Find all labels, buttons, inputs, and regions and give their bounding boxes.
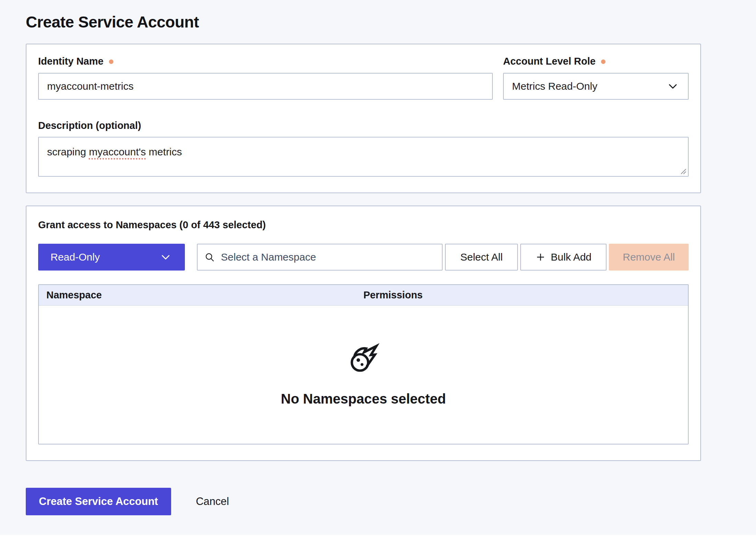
description-text-before: scraping bbox=[47, 146, 89, 157]
account-level-role-field: Account Level Role Metrics Read-Only bbox=[503, 55, 689, 100]
namespaces-table-header: Namespace Permissions bbox=[39, 285, 688, 306]
remove-all-button[interactable]: Remove All bbox=[609, 244, 689, 271]
remove-all-label: Remove All bbox=[623, 251, 675, 263]
chevron-down-icon bbox=[667, 80, 679, 92]
permission-dropdown-value: Read-Only bbox=[51, 251, 100, 263]
create-service-account-label: Create Service Account bbox=[39, 495, 158, 507]
plus-icon bbox=[535, 252, 546, 262]
identity-name-label-row: Identity Name bbox=[38, 55, 493, 67]
description-label: Description (optional) bbox=[38, 120, 141, 132]
identity-name-input[interactable] bbox=[38, 73, 493, 100]
form-actions: Create Service Account Cancel bbox=[26, 488, 701, 515]
identity-panel: Identity Name Account Level Role Metrics… bbox=[26, 44, 701, 194]
required-dot bbox=[601, 59, 605, 64]
page-title: Create Service Account bbox=[26, 13, 701, 31]
namespaces-toolbar: Read-Only Select All Bulk Add bbox=[38, 244, 689, 271]
create-service-account-page: Create Service Account Identity Name Acc… bbox=[0, 0, 756, 515]
identity-row: Identity Name Account Level Role Metrics… bbox=[38, 55, 689, 100]
description-text-after: metrics bbox=[146, 146, 182, 157]
create-service-account-button[interactable]: Create Service Account bbox=[26, 488, 171, 515]
column-header-namespace: Namespace bbox=[39, 289, 364, 301]
empty-state-message: No Namespaces selected bbox=[281, 391, 446, 407]
chevron-down-icon bbox=[159, 251, 172, 263]
account-level-role-select[interactable]: Metrics Read-Only bbox=[503, 73, 689, 100]
account-level-role-value: Metrics Read-Only bbox=[512, 80, 597, 92]
description-textarea[interactable]: scraping myaccount's metrics bbox=[38, 137, 689, 177]
namespaces-table: Namespace Permissions No Namespaces sele… bbox=[38, 284, 689, 444]
account-level-role-label-row: Account Level Role bbox=[503, 55, 689, 67]
required-dot bbox=[109, 59, 113, 64]
namespaces-empty-state: No Namespaces selected bbox=[39, 306, 688, 444]
identity-name-field: Identity Name bbox=[38, 55, 493, 100]
description-misspelled-word: myaccount's bbox=[89, 146, 146, 157]
namespace-search-box bbox=[197, 244, 443, 271]
permission-dropdown[interactable]: Read-Only bbox=[38, 244, 185, 271]
bottom-strip bbox=[0, 535, 756, 550]
resize-handle-icon[interactable] bbox=[679, 167, 687, 175]
search-icon bbox=[204, 252, 215, 263]
cancel-label: Cancel bbox=[196, 495, 229, 507]
namespaces-panel: Grant access to Namespaces (0 of 443 sel… bbox=[26, 206, 701, 461]
column-header-permissions: Permissions bbox=[364, 289, 688, 301]
description-field: Description (optional) scraping myaccoun… bbox=[38, 120, 689, 177]
select-all-button[interactable]: Select All bbox=[445, 244, 518, 271]
select-all-label: Select All bbox=[460, 251, 502, 263]
identity-name-label: Identity Name bbox=[38, 55, 103, 67]
namespaces-section-title: Grant access to Namespaces (0 of 443 sel… bbox=[38, 219, 689, 231]
account-level-role-label: Account Level Role bbox=[503, 55, 596, 67]
bulk-add-button[interactable]: Bulk Add bbox=[520, 244, 607, 271]
cancel-button[interactable]: Cancel bbox=[196, 495, 229, 508]
bulk-add-label: Bulk Add bbox=[551, 251, 591, 263]
description-label-row: Description (optional) bbox=[38, 120, 689, 132]
namespace-search-input[interactable] bbox=[220, 251, 435, 263]
comet-icon bbox=[347, 343, 380, 375]
